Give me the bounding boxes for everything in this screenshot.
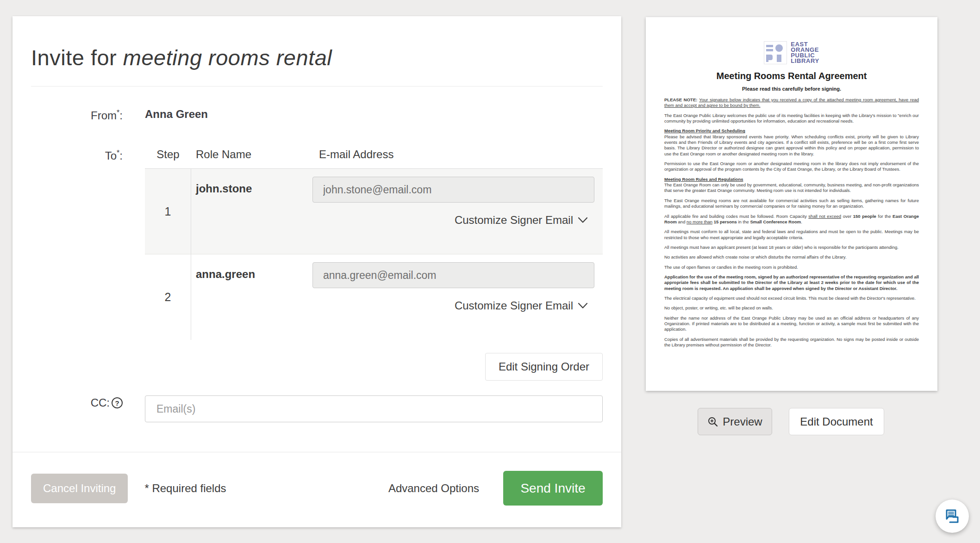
library-logo: EAST ORANGE PUBLIC LIBRARY [646, 41, 937, 64]
signer-role-name: anna.green [196, 262, 312, 281]
signer-step-number: 1 [145, 169, 191, 254]
document-paragraph: Permission to use the East Orange room o… [664, 161, 919, 173]
document-subtitle: Please read this carefully before signin… [646, 86, 937, 92]
invite-panel: Invite for meeting rooms rental From*: A… [12, 16, 621, 527]
from-row: From*: Anna Green [31, 108, 603, 122]
title-divider [31, 86, 603, 86]
document-paragraph: All meetings must have an applicant pres… [664, 245, 919, 250]
signers-rows: 1 john.stone Customize Signer Email 2 an… [145, 169, 603, 340]
to-row: To*: Step Role Name E-mail Address 1 joh… [31, 148, 603, 381]
footer-divider [12, 452, 621, 452]
chat-messages-icon [943, 507, 961, 525]
customize-signer-email-link[interactable]: Customize Signer Email [455, 299, 588, 312]
zoom-in-icon [707, 416, 718, 427]
chevron-down-icon [578, 302, 588, 309]
document-paragraph: Copies of all advertisement materials sh… [664, 337, 919, 348]
document-paragraph: All meetings must conform to all local, … [664, 229, 919, 241]
from-value: Anna Green [145, 108, 603, 121]
page-title: Invite for meeting rooms rental [31, 45, 603, 70]
document-paragraph: PLEASE NOTE: Your signature below indica… [664, 97, 919, 109]
required-fields-note: * Required fields [144, 482, 226, 495]
cc-row: CC: ? [31, 395, 603, 422]
document-paragraph: The use of open flames or candles in the… [664, 265, 919, 270]
edit-document-button[interactable]: Edit Document [789, 408, 884, 435]
signer-row: 2 anna.green Customize Signer Email [145, 254, 603, 340]
edit-signing-order-row: Edit Signing Order [145, 353, 603, 381]
cc-label: CC: ? [31, 395, 123, 409]
page-title-document-name: meeting rooms rental [123, 45, 332, 70]
signer-email-input[interactable] [312, 177, 594, 203]
cancel-inviting-button[interactable]: Cancel Inviting [31, 474, 128, 503]
from-label: From*: [31, 108, 123, 122]
document-paragraph: All applicable fire and building codes m… [664, 214, 919, 225]
document-paragraph: The electrical capacity of equipment use… [664, 296, 919, 301]
page-title-prefix: Invite for [31, 45, 123, 70]
invite-footer: Cancel Inviting * Required fields Advanc… [31, 471, 603, 506]
to-label: To*: [31, 148, 123, 162]
document-preview-page: EAST ORANGE PUBLIC LIBRARY Meeting Rooms… [646, 17, 937, 391]
customize-signer-email-link[interactable]: Customize Signer Email [455, 214, 588, 227]
question-circle-icon[interactable]: ? [112, 397, 123, 408]
edit-signing-order-button[interactable]: Edit Signing Order [485, 353, 603, 381]
advanced-options-link[interactable]: Advanced Options [388, 482, 479, 495]
library-logo-icon [764, 41, 787, 64]
cc-emails-input[interactable] [145, 395, 603, 422]
signers-table: Step Role Name E-mail Address 1 john.sto… [145, 148, 603, 381]
chevron-down-icon [578, 217, 588, 223]
column-header-step: Step [145, 148, 191, 161]
document-paragraph: Neither the name nor address of the East… [664, 315, 919, 333]
document-paragraph: Meeting Room Rules and RegulationsThe Ea… [664, 177, 919, 194]
document-paragraph: Application for the use of the meeting r… [664, 274, 919, 291]
column-header-role-name: Role Name [191, 148, 312, 161]
signer-step-number: 2 [145, 254, 191, 340]
send-invite-button[interactable]: Send Invite [503, 471, 603, 506]
document-paragraph: Meeting Room Priority and SchedulingPlea… [664, 128, 919, 157]
library-logo-text: EAST ORANGE PUBLIC LIBRARY [791, 42, 819, 64]
document-paragraph: The East Orange meeting rooms are not av… [664, 198, 919, 210]
column-header-email-address: E-mail Address [312, 148, 603, 161]
document-body-text: PLEASE NOTE: Your signature below indica… [664, 97, 919, 348]
preview-button[interactable]: Preview [698, 408, 772, 435]
document-paragraph: No activities are allowed which create n… [664, 254, 919, 260]
document-paragraph: No object, poster, or writing, etc. will… [664, 305, 919, 311]
signer-role-name: john.stone [196, 177, 312, 195]
signer-email-input[interactable] [312, 262, 594, 288]
document-title: Meeting Rooms Rental Agreement [646, 71, 937, 81]
signers-table-header: Step Role Name E-mail Address [145, 148, 603, 169]
signer-row: 1 john.stone Customize Signer Email [145, 169, 603, 254]
support-chat-button[interactable] [936, 500, 969, 533]
document-paragraph: The East Orange Public Library welcomes … [664, 113, 919, 124]
